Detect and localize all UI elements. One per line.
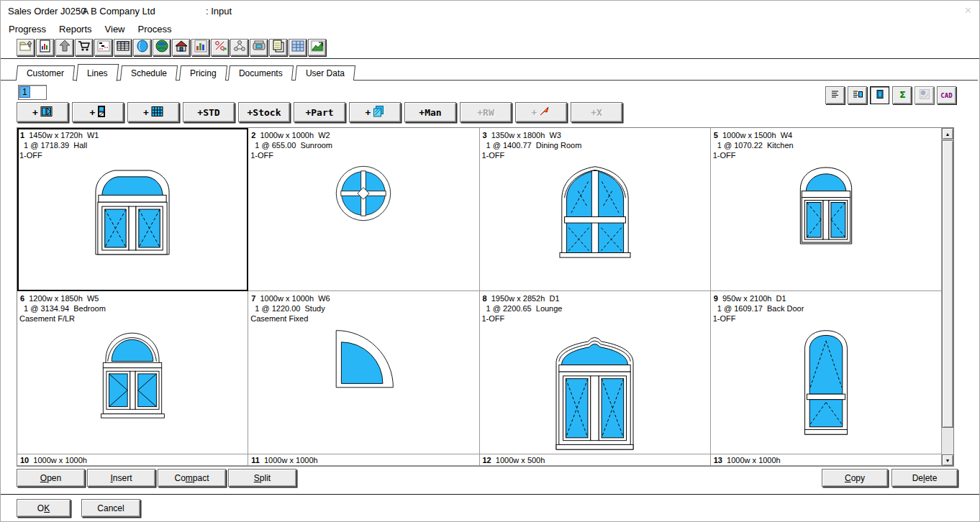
add-button-label: +Man bbox=[419, 107, 441, 118]
tab-lines[interactable]: Lines bbox=[76, 64, 119, 81]
tab-bar: CustomerLinesSchedulePricingDocumentsUse… bbox=[1, 64, 978, 81]
tab-user-data[interactable]: User Data bbox=[295, 65, 355, 81]
toolbar-button-report-chart-icon[interactable] bbox=[36, 39, 54, 56]
window-drawing-semicircle-casement bbox=[17, 327, 248, 419]
line-cell-3[interactable]: 3 1350w x 1800h W31 @ 1400.77 Dining Roo… bbox=[480, 128, 711, 291]
grid-scrollbar[interactable]: ▲ ▼ bbox=[941, 128, 953, 466]
line-header: 11 1000w x 1000h bbox=[248, 455, 478, 465]
add-bay-grid-button[interactable]: + bbox=[127, 102, 179, 122]
toolbar-button-copy-doc-icon[interactable] bbox=[269, 39, 287, 56]
costing-view-icon bbox=[919, 88, 930, 103]
add-stock-button[interactable]: +Stock bbox=[238, 102, 290, 122]
menu-item-reports[interactable]: Reports bbox=[53, 22, 99, 36]
line-cell-2[interactable]: 2 1000w x 1000h W21 @ 655.00 Sunroom1-OF… bbox=[248, 128, 479, 291]
toolbar-button-machining-icon[interactable] bbox=[250, 39, 268, 56]
open-order-icon bbox=[19, 39, 33, 56]
line-number: 1 bbox=[20, 131, 24, 139]
window-title: Sales Order J0250 bbox=[8, 6, 86, 17]
upload-arrow-icon bbox=[58, 39, 72, 56]
line-cell-5[interactable]: 5 1000w x 1500h W41 @ 1070.22 Kitchen1-O… bbox=[711, 128, 942, 291]
line-cell-6[interactable]: 6 1200w x 1850h W51 @ 3134.94 BedroomCas… bbox=[17, 291, 248, 454]
text-view-icon bbox=[830, 88, 841, 103]
text-view-button[interactable] bbox=[825, 86, 845, 104]
line-cell-12[interactable]: 12 1000w x 500h bbox=[480, 454, 711, 466]
add-part-button[interactable]: +Part bbox=[294, 102, 345, 122]
toolbar-button-upload-arrow-icon[interactable] bbox=[55, 39, 73, 56]
toolbar bbox=[17, 39, 326, 56]
add-arrow-marker-button[interactable]: + bbox=[515, 102, 567, 122]
add-rw-button[interactable]: +RW bbox=[460, 102, 512, 122]
close-icon[interactable]: ✕ bbox=[964, 5, 972, 16]
line-cell-1[interactable]: 1 1450w x 1720h W11 @ 1718.39 Hall1-OFF bbox=[17, 128, 248, 291]
tab-customer[interactable]: Customer bbox=[16, 65, 75, 81]
frames-stack-icon bbox=[373, 106, 384, 119]
toolbar-button-planning-icon[interactable] bbox=[94, 39, 112, 56]
toolbar-button-optimise-grid-icon[interactable] bbox=[289, 39, 307, 56]
bay-grid-icon bbox=[151, 106, 163, 119]
text-picture-view-button[interactable] bbox=[848, 86, 867, 104]
line-cell-10[interactable]: 10 1000w x 1000h bbox=[17, 454, 248, 466]
toolbar-button-order-cart-icon[interactable] bbox=[75, 39, 93, 56]
scroll-up-icon[interactable]: ▲ bbox=[942, 128, 953, 139]
line-number-value: 1 bbox=[19, 86, 30, 98]
export-chart-icon bbox=[310, 39, 325, 56]
add-sash-button[interactable]: + bbox=[72, 102, 124, 122]
line-cell-11[interactable]: 11 1000w x 1000h bbox=[248, 454, 479, 466]
window-drawing-gothic-arch-window bbox=[480, 164, 710, 259]
add-man-button[interactable]: +Man bbox=[404, 102, 456, 122]
order-cart-icon bbox=[77, 39, 91, 56]
menu-item-view[interactable]: View bbox=[99, 22, 132, 36]
button-label: Delete bbox=[912, 473, 938, 483]
insert-button[interactable]: Insert bbox=[87, 469, 155, 487]
line-cell-13[interactable]: 13 1000w x 1000h bbox=[711, 454, 942, 466]
toolbar-button-open-order-icon[interactable] bbox=[17, 39, 35, 56]
menu-item-progress[interactable]: Progress bbox=[2, 22, 53, 36]
text-picture-view-icon bbox=[852, 88, 863, 103]
compact-button[interactable]: Compact bbox=[158, 469, 226, 487]
add-std-button[interactable]: +STD bbox=[183, 102, 235, 122]
delete-button[interactable]: Delete bbox=[891, 469, 958, 487]
glass-unit-icon bbox=[135, 39, 150, 56]
toolbar-button-network-icon[interactable] bbox=[230, 39, 248, 56]
toolbar-button-globe-icon[interactable] bbox=[153, 39, 171, 56]
tab-label: Schedule bbox=[131, 68, 167, 78]
line-number: 7 bbox=[251, 294, 255, 303]
toolbar-button-costing-percent-icon[interactable] bbox=[211, 39, 229, 56]
toolbar-button-analysis-bars-icon[interactable] bbox=[191, 39, 209, 56]
button-label: OK bbox=[37, 503, 50, 513]
cad-label: CAD bbox=[940, 92, 952, 99]
add-frames-stack-button[interactable]: + bbox=[349, 102, 401, 122]
line-header: 13 1000w x 1000h bbox=[711, 455, 941, 465]
tab-schedule[interactable]: Schedule bbox=[120, 65, 178, 81]
site-house-icon bbox=[174, 39, 189, 56]
ok-button[interactable]: OK bbox=[17, 499, 71, 517]
add-x-button[interactable]: +X bbox=[571, 102, 622, 122]
line-cell-7[interactable]: 7 1000w x 1000h W61 @ 1220.00 StudyCasem… bbox=[248, 291, 479, 454]
split-button[interactable]: Split bbox=[228, 469, 296, 487]
picture-view-button[interactable] bbox=[870, 86, 889, 104]
toolbar-button-site-house-icon[interactable] bbox=[172, 39, 190, 56]
toolbar-button-batch-table-icon[interactable] bbox=[114, 39, 132, 56]
open-button[interactable]: Open bbox=[17, 469, 85, 487]
scroll-down-icon[interactable]: ▼ bbox=[942, 454, 953, 466]
copy-button[interactable]: Copy bbox=[822, 469, 888, 487]
line-cell-9[interactable]: 9 950w x 2100h D11 @ 1609.17 Back Door1-… bbox=[711, 291, 942, 454]
tab-documents[interactable]: Documents bbox=[228, 65, 294, 81]
line-note: 1-OFF bbox=[480, 313, 710, 324]
add-frame-button[interactable]: + bbox=[17, 102, 68, 122]
line-number-input[interactable]: 1 bbox=[18, 85, 47, 100]
menu-item-process[interactable]: Process bbox=[132, 22, 178, 36]
toolbar-button-export-chart-icon[interactable] bbox=[308, 39, 326, 56]
costing-view-button[interactable] bbox=[915, 86, 934, 104]
scrollbar-thumb[interactable] bbox=[942, 140, 953, 428]
line-cell-8[interactable]: 8 1950w x 2852h D11 @ 2200.65 Lounge1-OF… bbox=[480, 291, 711, 454]
line-header: 2 1000w x 1000h W2 bbox=[248, 130, 478, 140]
cancel-button[interactable]: Cancel bbox=[81, 499, 140, 517]
button-label: Compact bbox=[174, 473, 209, 483]
toolbar-button-glass-unit-icon[interactable] bbox=[133, 39, 151, 56]
sigma-button[interactable]: Σ bbox=[892, 86, 912, 104]
tab-pricing[interactable]: Pricing bbox=[179, 65, 227, 81]
cad-button[interactable]: CAD bbox=[937, 86, 956, 104]
button-label: Copy bbox=[845, 473, 865, 483]
button-label: Open bbox=[40, 473, 61, 483]
